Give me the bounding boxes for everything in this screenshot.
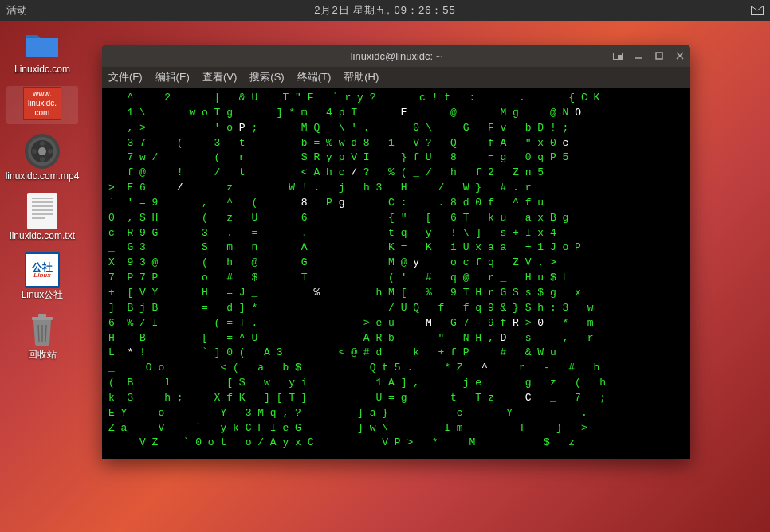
maximize-button[interactable] xyxy=(654,50,665,61)
icon-label: Linuxidc.com xyxy=(14,64,70,75)
activities-button[interactable]: 活动 xyxy=(6,3,27,18)
screenshot-indicator-icon xyxy=(612,50,623,61)
svg-point-4 xyxy=(32,149,37,154)
svg-point-7 xyxy=(40,157,45,162)
desktop-icon-4[interactable]: 公社LinuxLinux公社 xyxy=(6,252,78,302)
svg-rect-8 xyxy=(32,317,53,320)
folder-icon xyxy=(23,29,61,61)
web-tile-icon: www. linuxidc. com xyxy=(23,88,61,119)
close-button[interactable] xyxy=(674,50,686,61)
menu-item-2[interactable]: 查看(V) xyxy=(202,70,237,84)
svg-point-6 xyxy=(40,141,45,146)
window-titlebar[interactable]: linuxidc@linuxidc: ~ xyxy=(102,45,690,67)
menu-item-5[interactable]: 帮助(H) xyxy=(344,70,379,84)
svg-point-5 xyxy=(48,149,53,154)
desktop[interactable]: Linuxidc.comwww. linuxidc. comlinuxidc.c… xyxy=(0,21,770,532)
mail-icon[interactable] xyxy=(751,6,764,15)
icon-label: 回收站 xyxy=(28,349,57,360)
trash-icon xyxy=(23,314,61,346)
minimize-button[interactable] xyxy=(633,50,644,61)
svg-rect-16 xyxy=(656,53,662,59)
svg-point-3 xyxy=(38,147,46,155)
datetime-label[interactable]: 2月2日 星期五, 09：26：55 xyxy=(314,3,456,18)
desktop-icon-3[interactable]: linuxidc.com.txt xyxy=(6,194,78,243)
text-file-icon xyxy=(23,195,61,227)
icon-label: linuxidc.com.mp4 xyxy=(6,170,80,182)
video-icon xyxy=(23,135,61,167)
window-title: linuxidc@linuxidc: ~ xyxy=(351,50,442,62)
app-logo-icon: 公社Linux xyxy=(23,254,61,286)
terminal-output[interactable]: ^ 2 | & U T " F ` r y ? c ! t : . { C K … xyxy=(102,88,690,459)
desktop-icons-container: Linuxidc.comwww. linuxidc. comlinuxidc.c… xyxy=(6,27,78,362)
menu-item-4[interactable]: 终端(T) xyxy=(297,70,332,84)
menu-item-0[interactable]: 文件(F) xyxy=(108,70,143,84)
desktop-icon-1[interactable]: www. linuxidc. com xyxy=(6,86,78,124)
svg-line-12 xyxy=(45,325,46,342)
desktop-icon-5[interactable]: 回收站 xyxy=(6,312,78,362)
terminal-window: linuxidc@linuxidc: ~ 文件(F)编辑(E)查看(V)搜索(S… xyxy=(102,45,690,459)
icon-label: Linux公社 xyxy=(22,289,64,300)
svg-rect-14 xyxy=(618,55,622,59)
top-panel: 活动 2月2日 星期五, 09：26：55 xyxy=(0,0,770,21)
svg-rect-9 xyxy=(38,314,46,317)
desktop-icon-0[interactable]: Linuxidc.com xyxy=(6,27,78,76)
desktop-icon-2[interactable]: linuxidc.com.mp4 xyxy=(6,134,78,183)
svg-line-10 xyxy=(38,325,39,342)
menu-item-3[interactable]: 搜索(S) xyxy=(249,70,284,84)
menu-bar: 文件(F)编辑(E)查看(V)搜索(S)终端(T)帮助(H) xyxy=(102,67,690,88)
icon-label: linuxidc.com.txt xyxy=(10,230,75,241)
menu-item-1[interactable]: 编辑(E) xyxy=(155,70,190,84)
window-controls xyxy=(612,50,686,61)
